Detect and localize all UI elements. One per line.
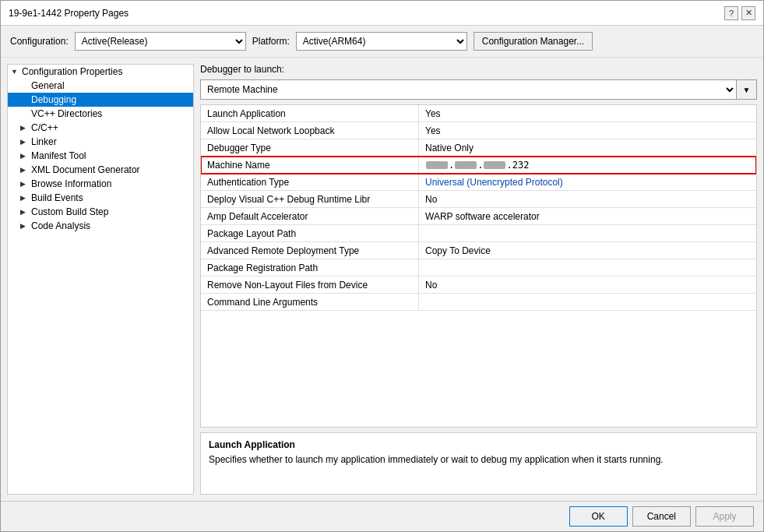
apply-button[interactable]: Apply (695, 506, 754, 527)
sidebar: ▼Configuration PropertiesGeneralDebuggin… (7, 64, 194, 495)
config-select[interactable]: Active(Release) (75, 32, 246, 51)
sidebar-label-cpp: C/C++ (31, 122, 58, 133)
config-manager-button[interactable]: Configuration Manager... (474, 32, 593, 51)
sidebar-item-debugging[interactable]: Debugging (8, 93, 193, 107)
properties-grid: Launch ApplicationYesAllow Local Network… (200, 104, 757, 428)
prop-value-remove-nonlayout: No (419, 277, 756, 293)
prop-row-remove-nonlayout[interactable]: Remove Non-Layout Files from DeviceNo (201, 277, 756, 294)
prop-value-launch-app: Yes (419, 105, 756, 122)
sidebar-label-config-props: Configuration Properties (22, 66, 122, 77)
prop-value-package-layout (419, 225, 756, 241)
main-content: ▼Configuration PropertiesGeneralDebuggin… (1, 58, 763, 501)
sidebar-label-code-analysis: Code Analysis (31, 220, 90, 231)
ip-last-octet: .232 (506, 160, 529, 171)
arrow-icon-manifest-tool: ▶ (20, 152, 30, 160)
prop-row-package-layout[interactable]: Package Layout Path (201, 225, 756, 242)
toolbar: Configuration: Active(Release) Platform:… (1, 26, 763, 58)
sidebar-item-manifest-tool[interactable]: ▶Manifest Tool (8, 149, 193, 163)
dialog-title: 19-9e1-1442 Property Pages (9, 8, 129, 19)
sidebar-label-browse-info: Browse Information (31, 178, 111, 189)
arrow-icon-custom-build: ▶ (20, 208, 30, 216)
machine-name-value: ...232 (425, 160, 529, 171)
prop-name-amp-accelerator: Amp Default Accelerator (201, 208, 419, 224)
help-button[interactable]: ? (724, 6, 738, 20)
debugger-dropdown-button[interactable]: ▼ (737, 79, 757, 100)
description-text: Specifies whether to launch my applicati… (209, 453, 748, 467)
sidebar-item-vc-dirs[interactable]: VC++ Directories (8, 107, 193, 121)
sidebar-label-linker: Linker (31, 136, 57, 147)
prop-name-allow-loopback: Allow Local Network Loopback (201, 122, 419, 139)
sidebar-item-config-props[interactable]: ▼Configuration Properties (8, 65, 193, 79)
prop-value-deploy-visual: No (419, 191, 756, 207)
sidebar-label-xml-doc: XML Document Generator (31, 164, 140, 175)
property-pages-dialog: 19-9e1-1442 Property Pages ? ✕ Configura… (0, 0, 764, 532)
prop-value-advanced-deploy: Copy To Device (419, 242, 756, 259)
sidebar-item-general[interactable]: General (8, 79, 193, 93)
sidebar-label-debugging: Debugging (31, 94, 76, 105)
sidebar-label-general: General (31, 80, 65, 91)
debugger-select[interactable]: Remote Machine (200, 79, 737, 100)
ok-button[interactable]: OK (569, 506, 628, 527)
platform-select[interactable]: Active(ARM64) (296, 32, 467, 51)
sidebar-label-manifest-tool: Manifest Tool (31, 150, 86, 161)
sidebar-item-xml-doc[interactable]: ▶XML Document Generator (8, 163, 193, 177)
bottom-buttons: OK Cancel Apply (1, 501, 763, 531)
arrow-icon-xml-doc: ▶ (20, 166, 30, 174)
description-box: Launch Application Specifies whether to … (200, 432, 757, 495)
description-title: Launch Application (209, 439, 748, 450)
sidebar-item-code-analysis[interactable]: ▶Code Analysis (8, 219, 193, 233)
prop-row-auth-type[interactable]: Authentication TypeUniversal (Unencrypte… (201, 174, 756, 191)
prop-name-deploy-visual: Deploy Visual C++ Debug Runtime Libr (201, 191, 419, 207)
prop-value-allow-loopback: Yes (419, 122, 756, 139)
prop-name-remove-nonlayout: Remove Non-Layout Files from Device (201, 277, 419, 293)
arrow-icon-config-props: ▼ (11, 68, 20, 76)
arrow-icon-cpp: ▶ (20, 124, 30, 132)
sidebar-item-cpp[interactable]: ▶C/C++ (8, 121, 193, 135)
prop-row-launch-app[interactable]: Launch ApplicationYes (201, 105, 756, 122)
config-label: Configuration: (10, 36, 69, 47)
right-panel: Debugger to launch: Remote Machine ▼ Lau… (200, 64, 757, 495)
prop-value-debugger-type: Native Only (419, 139, 756, 156)
prop-row-advanced-deploy[interactable]: Advanced Remote Deployment TypeCopy To D… (201, 242, 756, 259)
sidebar-label-custom-build: Custom Build Step (31, 206, 108, 217)
prop-value-auth-type: Universal (Unencrypted Protocol) (419, 174, 756, 190)
sidebar-label-vc-dirs: VC++ Directories (31, 108, 102, 119)
sidebar-label-build-events: Build Events (31, 192, 83, 203)
prop-name-package-layout: Package Layout Path (201, 225, 419, 241)
arrow-icon-code-analysis: ▶ (20, 222, 30, 230)
prop-row-package-reg[interactable]: Package Registration Path (201, 259, 756, 277)
platform-label: Platform: (252, 36, 290, 47)
prop-row-allow-loopback[interactable]: Allow Local Network LoopbackYes (201, 122, 756, 139)
prop-name-cmd-args: Command Line Arguments (201, 294, 419, 310)
prop-name-debugger-type: Debugger Type (201, 139, 419, 156)
prop-name-package-reg: Package Registration Path (201, 259, 419, 276)
arrow-icon-browse-info: ▶ (20, 180, 30, 188)
prop-row-amp-accelerator[interactable]: Amp Default AcceleratorWARP software acc… (201, 208, 756, 225)
prop-row-machine-name[interactable]: Machine Name...232 (201, 157, 756, 174)
title-bar-buttons: ? ✕ (724, 6, 755, 20)
prop-value-package-reg (419, 259, 756, 276)
prop-value-cmd-args (419, 294, 756, 310)
sidebar-item-browse-info[interactable]: ▶Browse Information (8, 177, 193, 191)
ip-blur-1 (426, 161, 448, 169)
prop-row-cmd-args[interactable]: Command Line Arguments (201, 294, 756, 311)
prop-value-amp-accelerator: WARP software accelerator (419, 208, 756, 224)
arrow-icon-linker: ▶ (20, 138, 30, 146)
sidebar-item-custom-build[interactable]: ▶Custom Build Step (8, 205, 193, 219)
ip-blur-3 (484, 161, 505, 169)
sidebar-item-build-events[interactable]: ▶Build Events (8, 191, 193, 205)
prop-name-advanced-deploy: Advanced Remote Deployment Type (201, 242, 419, 259)
prop-name-auth-type: Authentication Type (201, 174, 419, 190)
prop-name-launch-app: Launch Application (201, 105, 419, 122)
sidebar-item-linker[interactable]: ▶Linker (8, 135, 193, 149)
debugger-select-container: Remote Machine ▼ (200, 79, 757, 100)
cancel-button[interactable]: Cancel (632, 506, 691, 527)
close-button[interactable]: ✕ (741, 6, 755, 20)
prop-value-machine-name: ...232 (419, 157, 756, 173)
ip-blur-2 (455, 161, 477, 169)
prop-row-debugger-type[interactable]: Debugger TypeNative Only (201, 139, 756, 157)
debugger-label: Debugger to launch: (200, 64, 757, 75)
prop-row-deploy-visual[interactable]: Deploy Visual C++ Debug Runtime LibrNo (201, 191, 756, 208)
arrow-icon-build-events: ▶ (20, 194, 30, 202)
prop-name-machine-name: Machine Name (201, 157, 419, 173)
